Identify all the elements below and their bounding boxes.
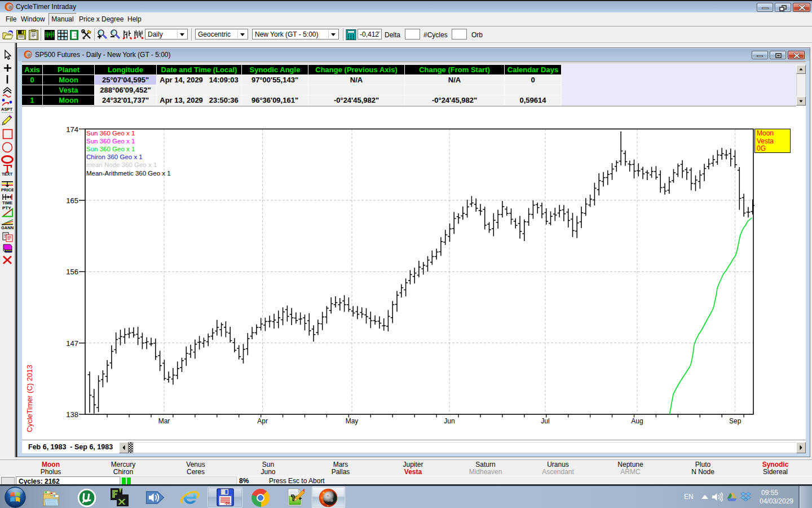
svg-text:ASPT: ASPT [1,107,12,112]
svg-text:-64-: -64- [224,501,231,505]
svg-text:PRICE: PRICE [1,187,14,192]
svg-text:TEXT: TEXT [2,172,13,176]
svg-text:TIME: TIME [2,200,12,205]
svg-text:PTY: PTY [2,205,11,211]
svg-text:GANN: GANN [1,225,14,230]
